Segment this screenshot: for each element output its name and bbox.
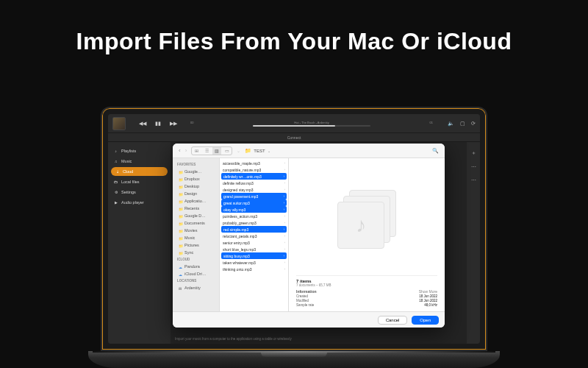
file-list-column: accessible_maple.mp3›compatible_nature.m… [220,158,289,311]
sidebar-item-label: Playlists [121,149,136,153]
location-item[interactable]: Recents [173,205,219,212]
location-item[interactable]: Movies [173,227,219,234]
volume-icon[interactable]: 🔈 [448,121,454,127]
selection-subtitle: 7 documents – 65,7 MB [296,283,437,287]
file-item[interactable]: great suitor.mp3› [221,199,287,206]
file-item[interactable]: compatible_nature.mp3› [220,166,288,173]
view-icon-gallery[interactable]: ▭ [223,147,232,155]
track-title: Hat - The Brush - Ardentity [294,121,329,124]
location-item[interactable]: Applicatio… [173,197,219,205]
pause-button[interactable]: ▮▮ [155,121,161,127]
dialog-sidebar: FavoritesGoogle…DropboxDesktopDesignAppl… [173,158,220,311]
cancel-button[interactable]: Cancel [378,316,408,325]
laptop-mockup: ◀◀ ▮▮ ▶▶ 00 Hat - The Brush - Ardentity … [88,107,500,368]
page-headline: Import Files From Your Mac Or iCloud [0,0,588,55]
file-item[interactable]: sitting busy.mp3› [221,252,287,259]
right-rail: ＋ ⋯ ⋯ [467,142,480,344]
file-item[interactable]: thinking onto.mp3› [220,266,288,272]
location-item[interactable]: Design [173,190,219,197]
location-item[interactable]: iCloud Dri… [173,270,219,277]
location-item[interactable]: Documents [173,219,219,227]
file-item[interactable]: okay ally.mp3› [221,206,287,213]
music-note-icon: ♪ [356,213,366,237]
info-section-label: Information [296,289,317,294]
location-item[interactable]: Ardentity [173,284,219,291]
app-sidebar: ♪Playlists♫Music⤓Cloud🗀Local files⚙Setti… [108,142,171,344]
sidebar-icon: ⤓ [115,170,119,174]
search-icon[interactable]: 🔍 [432,148,439,154]
arrange-menu-icon[interactable]: ⌄ [237,148,240,153]
file-item[interactable]: accessible_maple.mp3› [220,160,288,166]
file-info-panel: 7 items 7 documents – 65,7 MB Informatio… [296,275,437,307]
rail-more-icon[interactable]: ⋯ [471,164,476,170]
file-item[interactable]: reluctant_petals.mp3› [220,233,288,239]
file-item[interactable]: definite reflow.mp3› [220,180,288,186]
preview-column: ♪ 7 items 7 documents – 65,7 MB Informat… [289,158,445,311]
progress-bar[interactable] [253,125,370,127]
file-item[interactable]: red simple.mp3› [221,226,287,233]
dialog-toolbar: ‹ › ⊞ ☰ ▥ ▭ ⌄ TEST ⌄ [173,144,445,158]
sidebar-item-audio-player[interactable]: ▶Audio player [108,198,171,207]
file-item[interactable]: definitely wr…onic.mp3› [221,173,287,180]
location-item[interactable]: Google D… [173,212,219,219]
info-row: Sample rate48,0 kHz [296,302,437,307]
sidebar-item-label: Music [121,159,132,163]
view-icon-columns[interactable]: ▥ [212,147,221,155]
sidebar-item-settings[interactable]: ⚙Settings [108,188,171,197]
location-item[interactable]: Sync [173,249,219,256]
sidebar-item-label: Local files [121,180,139,184]
hint-text: Import your music from a computer to the… [175,337,292,341]
sidebar-icon: ♪ [114,149,118,153]
sidebar-icon: 🗀 [114,180,118,184]
sidebar-item-label: Cloud [123,169,133,174]
location-item[interactable]: Google… [173,168,219,175]
view-icon-list[interactable]: ☰ [202,147,211,155]
open-button[interactable]: Open [412,316,439,325]
sidebar-icon: ♫ [114,160,118,163]
location-label: TEST [254,149,265,153]
back-button[interactable]: ‹ [179,147,181,154]
sidebar-item-playlists[interactable]: ♪Playlists [108,146,171,155]
sidebar-section-header: iCloud [173,256,219,263]
file-open-dialog: ‹ › ⊞ ☰ ▥ ▭ ⌄ TEST ⌄ [173,144,445,328]
next-button[interactable]: ▶▶ [170,121,177,127]
location-item[interactable]: Music [173,234,219,241]
view-icon-grid[interactable]: ⊞ [192,147,201,155]
forward-button[interactable]: › [185,147,187,154]
rail-more-icon-2[interactable]: ⋯ [471,177,476,183]
file-item[interactable]: short blue_legs.mp3› [220,246,288,252]
location-item[interactable]: Pictures [173,241,219,249]
time-total: 01 [430,121,433,124]
sidebar-item-music[interactable]: ♫Music [108,157,171,166]
app-screen: ◀◀ ▮▮ ▶▶ 00 Hat - The Brush - Ardentity … [108,114,480,344]
location-item[interactable]: Dropbox [173,175,219,183]
file-item[interactable]: taken whatever.mp3› [220,259,288,266]
connect-bar[interactable]: Connect [108,133,480,142]
chevron-down-icon: ⌄ [268,149,270,153]
preview-thumbnail: ♪ [296,163,437,275]
file-item[interactable]: pointless_action.mp3› [220,213,288,219]
location-dropdown[interactable]: TEST ⌄ [245,148,270,154]
now-playing-info: 00 Hat - The Brush - Ardentity 01 [190,121,433,127]
file-item[interactable]: grand pavement.mp3› [221,193,287,199]
file-item[interactable]: senior entry.mp3› [220,239,288,246]
time-elapsed: 00 [190,121,193,124]
file-item[interactable]: designed stay.mp3› [220,186,288,193]
laptop-base [88,351,500,368]
location-item[interactable]: Pandora [173,263,219,270]
rail-add-icon[interactable]: ＋ [471,149,476,157]
repeat-icon[interactable]: ⟳ [471,121,476,127]
album-art-thumb [112,117,126,130]
location-item[interactable]: Desktop [173,183,219,190]
sidebar-item-label: Settings [121,190,136,194]
sidebar-item-cloud[interactable]: ⤓Cloud [111,167,168,176]
file-item[interactable]: probably_green.mp3› [220,219,288,226]
player-topbar: ◀◀ ▮▮ ▶▶ 00 Hat - The Brush - Ardentity … [108,114,480,133]
show-more-link[interactable]: Show More [419,289,437,294]
prev-button[interactable]: ◀◀ [139,121,146,127]
view-mode-toggle[interactable]: ⊞ ☰ ▥ ▭ [191,146,232,155]
main-area: ‹ › ⊞ ☰ ▥ ▭ ⌄ TEST ⌄ [171,142,467,344]
sidebar-item-local-files[interactable]: 🗀Local files [108,177,171,186]
airplay-icon[interactable]: ▢ [460,121,465,127]
dialog-footer: Cancel Open [173,311,445,328]
